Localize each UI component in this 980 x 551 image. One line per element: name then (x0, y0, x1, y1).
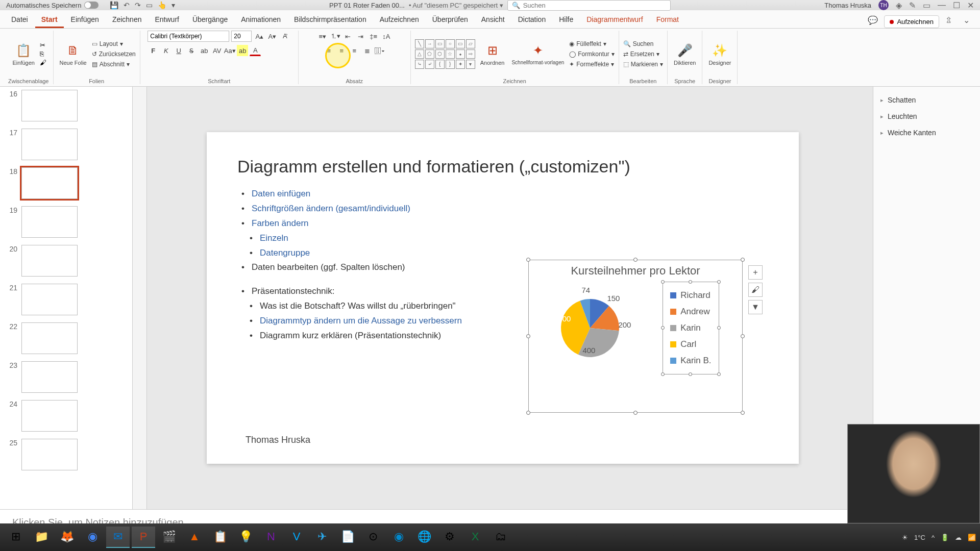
dictate-button[interactable]: 🎤Diktieren (672, 41, 698, 67)
cut-icon[interactable]: ✂ (40, 41, 46, 49)
taskbar[interactable]: ⊞ 📁 🦊 ◉ ✉ P 🎬 ▲ 📋 💡 N V ✈ 📄 ⊙ ◉ 🌐 ⚙ X 🗂 … (0, 523, 980, 551)
system-tray[interactable]: ☀ 1°C ^ 🔋 ☁ 📶 (902, 534, 976, 541)
avatar[interactable]: TH (878, 0, 889, 10)
thumbnail-23[interactable]: 23 (5, 361, 127, 393)
font-size-input[interactable] (231, 31, 252, 42)
power-icon[interactable]: 🔋 (941, 534, 949, 541)
textdir-icon[interactable]: ↕A (381, 31, 392, 42)
font-name-input[interactable] (148, 31, 229, 42)
bullets-icon[interactable]: ≡▾ (317, 31, 328, 42)
explorer-icon[interactable]: 📁 (30, 527, 53, 548)
justify-icon[interactable]: ≣ (361, 45, 373, 56)
thumbnail-17[interactable]: 17 (5, 129, 127, 160)
font-color-button[interactable]: A (250, 45, 261, 56)
select-button[interactable]: ⬚ Markieren ▾ (623, 60, 663, 69)
chart-styles-icon[interactable]: 🖌 (748, 283, 763, 297)
app-icon[interactable]: ◉ (387, 527, 410, 548)
paste-button[interactable]: 📋Einfügen (11, 41, 37, 67)
bullet[interactable]: Datengruppe (237, 246, 768, 261)
pane-schatten[interactable]: Schatten (880, 92, 973, 108)
linespace-icon[interactable]: ‡≡ (368, 31, 379, 42)
thumbnail-21[interactable]: 21 (5, 284, 127, 315)
chart-object[interactable]: Kursteilnehmer pro Lektor 74 150 200 400… (528, 260, 743, 413)
tab-übergänge[interactable]: Übergänge (186, 12, 234, 28)
copy-icon[interactable]: ⎘ (40, 50, 46, 58)
tab-datei[interactable]: Datei (5, 12, 34, 28)
find-button[interactable]: 🔍 Suchen (623, 39, 663, 48)
firefox-icon[interactable]: 🦊 (55, 527, 79, 548)
app-icon[interactable]: V (285, 527, 308, 548)
chevron-up-icon[interactable]: ^ (932, 534, 935, 541)
legend-item[interactable]: Karin B. (670, 353, 711, 369)
thumbnail-20[interactable]: 20 (5, 245, 127, 277)
close-icon[interactable]: ✕ (967, 1, 974, 10)
shadow-button[interactable]: ab (199, 45, 210, 56)
pane-weiche kanten[interactable]: Weiche Kanten (880, 124, 973, 141)
bold-button[interactable]: F (148, 45, 159, 56)
thumbnail-18[interactable]: 18 (5, 167, 127, 199)
start-icon[interactable]: ⊞ (4, 527, 28, 548)
tab-bildschirmpräsentation[interactable]: Bildschirmpräsentation (288, 12, 373, 28)
tab-einfügen[interactable]: Einfügen (65, 12, 105, 28)
align-center-icon[interactable]: ≡ (336, 45, 347, 56)
app-icon[interactable]: 🌐 (412, 527, 436, 548)
align-right-icon[interactable]: ≡ (349, 45, 360, 56)
thumbnail-16[interactable]: 16 (5, 90, 127, 121)
telegram-icon[interactable]: ✈ (310, 527, 334, 548)
tab-entwurf[interactable]: Entwurf (149, 12, 185, 28)
pen-icon[interactable]: ✎ (909, 1, 916, 10)
vlc-icon[interactable]: ▲ (183, 527, 206, 548)
chrome-icon[interactable]: ◉ (81, 527, 104, 548)
legend-item[interactable]: Richard (670, 287, 711, 304)
tab-animationen[interactable]: Animationen (235, 12, 287, 28)
author-text[interactable]: Thomas Hruska (246, 435, 310, 445)
settings-icon[interactable]: ⚙ (438, 527, 461, 548)
outdent-icon[interactable]: ⇤ (342, 31, 354, 42)
tab-hilfe[interactable]: Hilfe (553, 12, 579, 28)
thumbnail-24[interactable]: 24 (5, 400, 127, 432)
replace-button[interactable]: ⇄ Ersetzen ▾ (623, 49, 663, 59)
bullet[interactable]: Farben ändern (237, 216, 768, 231)
app-icon[interactable]: ⊙ (361, 527, 385, 548)
redo-icon[interactable]: ↷ (135, 1, 141, 9)
new-slide-button[interactable]: 🗎Neue Folie (58, 41, 89, 67)
chevron-icon[interactable]: ⌄ (958, 12, 975, 28)
app-icon[interactable]: 📋 (208, 527, 232, 548)
indent-icon[interactable]: ⇥ (355, 31, 366, 42)
slide-title[interactable]: Diagramm erstellen und formatieren („cus… (237, 157, 768, 177)
tab-ansicht[interactable]: Ansicht (475, 12, 511, 28)
chart-elements-icon[interactable]: + (748, 265, 763, 280)
chart-filter-icon[interactable]: ▼ (748, 300, 763, 314)
quickstyles-button[interactable]: ✦Schnellformat-vorlagen (509, 41, 566, 66)
more-icon[interactable]: ▾ (172, 1, 175, 9)
bullet[interactable]: Schriftgrößen ändern (gesamt/individuell… (237, 202, 768, 216)
section-button[interactable]: ▤ Abschnitt ▾ (92, 60, 136, 69)
onenote-icon[interactable]: N (259, 527, 283, 548)
undo-icon[interactable]: ↶ (124, 1, 130, 9)
search-input[interactable] (523, 2, 666, 9)
align-left-icon[interactable]: ≡ (323, 45, 334, 56)
outline-button[interactable]: ◯ Formkontur ▾ (569, 49, 614, 59)
weather-icon[interactable]: ☀ (902, 534, 908, 541)
layout-button[interactable]: ▭ Layout ▾ (92, 39, 136, 48)
share-icon[interactable]: ⇫ (940, 12, 957, 28)
user-name[interactable]: Thomas Hruska (824, 2, 871, 9)
touch-icon[interactable]: 👆 (158, 1, 166, 9)
numbers-icon[interactable]: ⒈▾ (330, 31, 341, 42)
legend-item[interactable]: Karin (670, 320, 711, 336)
chart-title[interactable]: Kursteilnehmer pro Lektor (529, 260, 742, 282)
format-painter-icon[interactable]: 🖌 (40, 59, 46, 66)
slide-editor[interactable]: Diagramm erstellen und formatieren („cus… (133, 87, 873, 509)
excel-icon[interactable]: X (463, 527, 487, 548)
designer-button[interactable]: ✨Designer (706, 41, 733, 67)
pie-chart[interactable]: 74 150 200 400 500 (552, 290, 628, 366)
columns-icon[interactable]: ⿲▾ (374, 45, 385, 56)
slide-canvas[interactable]: Diagramm erstellen und formatieren („cus… (207, 132, 799, 464)
comments-icon[interactable]: 💬 (863, 12, 883, 28)
thumbnail-22[interactable]: 22 (5, 322, 127, 354)
pane-leuchten[interactable]: Leuchten (880, 108, 973, 124)
autosave-toggle[interactable]: Automatisches Speichern (6, 2, 99, 9)
italic-button[interactable]: K (160, 45, 172, 56)
diamond-icon[interactable]: ◈ (896, 1, 902, 10)
chart-legend[interactable]: RichardAndrewKarinCarlKarin B. (663, 282, 719, 374)
